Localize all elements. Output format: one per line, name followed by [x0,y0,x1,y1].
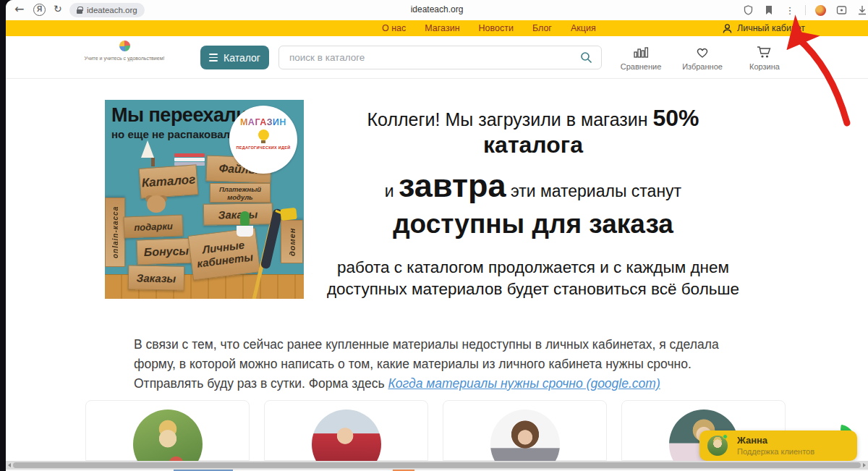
box-domain: домен [281,220,303,263]
cart-action[interactable]: Корзина [738,42,791,71]
chat-agent-role: Поддержка клиентов [737,447,814,456]
plant-pot-icon [237,226,253,237]
lock-icon [77,9,82,14]
person-icon [722,23,733,34]
nav-blog[interactable]: Блог [532,23,552,33]
menu-dots-icon[interactable]: ⋮ [784,4,796,16]
favorites-label: Избранное [676,62,729,71]
protect-shield-icon[interactable] [742,4,754,16]
catalog-button[interactable]: Каталог [200,46,269,69]
top-nav: О нас Магазин Новости Блог Акция [382,20,596,36]
announce-line2: и завтра эти материалы станут [323,167,744,205]
box-orders-right: Заказы [203,203,273,226]
box-online-kassa: onlain-касса [105,198,125,267]
account-link[interactable]: Личный кабинет [722,20,805,36]
bookmark-icon[interactable] [763,4,775,16]
site-header: Учите и учитесь с удовольствием! Каталог… [6,36,868,79]
scrollbar-thumb[interactable] [13,462,861,468]
announcement: Коллеги! Мы загрузили в магазин 50% ката… [323,105,744,300]
catalog-button-label: Каталог [224,52,260,64]
watering-can-icon [280,208,297,221]
top-nav-bar: О нас Магазин Новости Блог Акция Личный … [6,20,868,36]
logo-tagline: Учите и учитесь с удовольствием! [80,56,169,61]
favorites-action[interactable]: Избранное [676,42,729,71]
download-icon[interactable] [856,4,868,16]
team-card[interactable] [443,400,607,461]
extension-icon[interactable] [835,4,847,16]
logo-icon [119,41,130,51]
announce-line3: доступны для заказа [323,209,744,239]
nav-news[interactable]: Новости [479,23,514,33]
chat-widget[interactable]: Жанна Поддержка клиентов [699,430,857,461]
horizontal-scrollbar[interactable] [6,461,868,470]
team-card[interactable] [85,400,250,461]
box-gifts: подарки [124,215,184,239]
scroll-left-arrow[interactable] [8,463,11,467]
browser-window: ← Я ↻ ideateach.org ideateach.org ⋮ [6,0,868,471]
account-label: Личный кабинет [737,23,805,33]
online-status-dot [723,434,728,439]
profile-avatar-icon[interactable] [815,5,826,16]
shop-logo-badge: МАГАЗИН ПЕДАГОГИЧЕСКИХ ИДЕЙ [229,106,297,174]
scroll-right-arrow[interactable] [863,463,866,467]
address-url: ideateach.org [87,6,137,14]
search-input[interactable] [279,52,580,63]
browser-chrome: ← Я ↻ ideateach.org ideateach.org ⋮ [6,0,868,20]
search-box [278,46,602,69]
box-catalog: Каталог [139,164,199,198]
nav-shop[interactable]: Магазин [425,23,459,33]
cactus-icon [240,211,250,227]
heart-icon [676,42,729,59]
lightbulb-icon [258,130,269,140]
address-bar[interactable]: ideateach.org [69,3,145,17]
search-icon[interactable] [580,51,592,64]
teddy-bear-icon [147,195,166,213]
promo-title: Мы переехали [111,104,247,127]
chat-agent-name: Жанна [737,435,767,446]
badge-subtitle: ПЕДАГОГИЧЕСКИХ ИДЕЙ [229,145,297,150]
badge-title: МАГАЗИН [229,117,297,127]
site-logo[interactable]: Учите и учитесь с удовольствием! [80,41,169,61]
compare-action[interactable]: Сравнение [614,42,668,71]
cart-icon [738,42,791,59]
announce-line1: Коллеги! Мы загрузили в магазин 50% ката… [323,105,744,158]
promo-banner-image: onlain-касса домен Каталог Файлы Платежн… [105,100,304,299]
notice-paragraph: В связи с тем, что сейчас ранее купленны… [134,335,741,394]
announce-line4: работа с каталогом продолжается и с кажд… [323,257,744,300]
page-content: onlain-касса домен Каталог Файлы Платежн… [6,79,868,461]
urgent-form-link[interactable]: Когда материалы нужны срочно (google.com… [388,376,660,391]
hamburger-icon [209,54,218,61]
box-orders-left: Заказы [128,265,185,290]
lamp-icon [141,140,154,158]
compare-label: Сравнение [614,62,668,71]
divider [805,5,806,15]
box-payment: Платежный модуль [210,183,271,203]
team-card[interactable] [264,400,428,461]
nav-about[interactable]: О нас [382,23,406,33]
box-bonuses: Бонусы [136,238,196,266]
cart-label: Корзина [738,62,791,71]
nav-promo[interactable]: Акция [571,23,596,33]
bar-chart-icon [614,42,668,59]
